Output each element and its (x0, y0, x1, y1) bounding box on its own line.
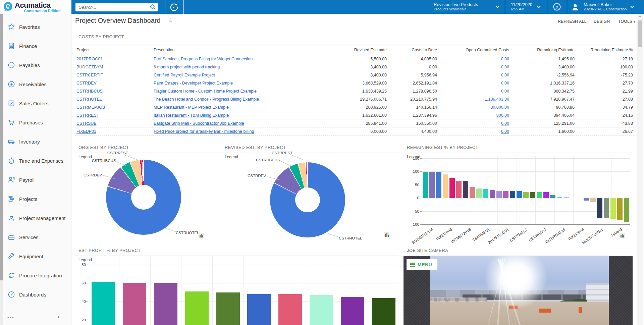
slice-label: CSTRREST (107, 151, 128, 155)
cell-value: 100.00 (577, 63, 635, 71)
callout-leader-line (165, 228, 176, 232)
sidebar-item-label: Sales Orders (19, 101, 49, 106)
sidebar-item-projects[interactable]: Projects (3, 192, 71, 206)
bar-plot-area (422, 156, 630, 225)
user-tenant: 2020R2 ACE Construction (584, 7, 627, 11)
project-link[interactable]: CSTRHOTEL (76, 97, 102, 102)
sidebar-item-equipment[interactable]: Equipment (3, 249, 71, 264)
sidebar-item-dashboards[interactable]: Dashboards (3, 287, 71, 302)
donut-chart (106, 160, 181, 235)
project-link[interactable]: CSTRSUB (76, 121, 97, 126)
sidebar-scrollbar-thumb[interactable] (0, 14, 3, 280)
sidebar-item-payroll[interactable]: $Payroll (3, 172, 71, 187)
cell-value: 27.70 (577, 79, 635, 87)
committed-costs-link[interactable]: 0.00 (501, 81, 509, 86)
widget-title: EST PROFIT % BY PROJECT (78, 248, 141, 253)
user-menu[interactable]: Maxwell Baker 2020R2 ACE Construction (584, 2, 627, 11)
column-header-project[interactable]: Project (75, 45, 152, 55)
project-link[interactable]: CSTRREST (76, 113, 99, 118)
sidebar-item-time-and-expenses[interactable]: Time and Expenses (3, 153, 71, 168)
sidebar-item-project-management[interactable]: Project Management (3, 211, 71, 225)
description-link[interactable]: The Beach Hotel and Condos - Progress Bi… (154, 97, 259, 102)
committed-costs-link[interactable]: 0.00 (501, 129, 509, 134)
collapse-sidebar-icon[interactable]: ‹ (58, 313, 60, 320)
favorite-star-icon[interactable]: ☆ (168, 17, 173, 24)
description-link[interactable]: Certified Payroll Example Project (154, 73, 215, 77)
column-header-costs-to-date[interactable]: Costs to Date (389, 45, 439, 55)
tools-label: TOOLS (618, 19, 632, 24)
committed-costs-link[interactable]: 1,136,403.30 (485, 97, 509, 102)
gauge-icon (7, 290, 15, 299)
wrench-icon (7, 252, 15, 260)
business-date-menu[interactable]: 11/20/2020 6:55 AM (511, 2, 532, 11)
scroll-up-arrow-icon[interactable]: ▲ (637, 14, 643, 20)
committed-costs-link[interactable]: 0.00 (501, 89, 509, 94)
committed-costs-link[interactable]: 0.00 (501, 57, 509, 61)
bar (278, 294, 302, 325)
tools-button[interactable]: TOOLS ▾ (618, 19, 635, 24)
description-link[interactable]: Prof Services, Progress Billing for Widg… (154, 57, 253, 61)
chart-legend-label: Legend (225, 155, 238, 159)
description-link[interactable]: Eastgate Strip Mall - Subcontractor Job … (154, 121, 244, 126)
description-link[interactable]: Italian Restaurant - T&M Billing Example (154, 113, 229, 118)
column-header-remaining-estimate[interactable]: Remaining Estimate (511, 45, 577, 55)
project-link[interactable]: CSTRMEPJOB (76, 105, 105, 110)
sidebar-item-receivables[interactable]: Receivables (3, 77, 71, 92)
description-link[interactable]: Fixed Price project for Brasskey Bar - m… (154, 129, 254, 134)
main-scrollbar-thumb[interactable] (638, 20, 642, 47)
committed-costs-link[interactable]: 0.00 (501, 65, 509, 69)
committed-costs-link[interactable]: 30,000.00 (490, 105, 509, 110)
refresh-all-button[interactable]: REFRESH ALL (558, 19, 587, 24)
more-options-icon[interactable]: ••• (7, 315, 14, 320)
column-header-revised-estimate[interactable]: Revised Estimate (317, 45, 389, 55)
sidebar-item-sales-orders[interactable]: Sales Orders (3, 96, 71, 111)
time-clock-icon[interactable] (169, 2, 179, 12)
remaining-est-pct-widget: REMAINING EST % BY PROJECT Legend 150100… (404, 144, 633, 239)
sidebar-item-favorites[interactable]: Favorites (3, 19, 71, 34)
project-link[interactable]: CSTRHBCUS (76, 89, 103, 94)
committed-costs-link[interactable]: 0.00 (501, 73, 509, 77)
description-link[interactable]: Palm Estates - Developer Project Example (154, 81, 233, 86)
main-scrollbar[interactable]: ▲ (637, 14, 643, 325)
committed-costs-link[interactable]: 800.00 (496, 113, 509, 118)
column-header-open-committed-costs[interactable]: Open Committed Costs (439, 45, 511, 55)
column-header-remaining-estimate-[interactable]: Remaining Estimate % (577, 45, 635, 55)
camera-frame: MENU (404, 256, 633, 325)
project-link[interactable]: 2017PROG01 (76, 57, 103, 61)
bar (517, 191, 522, 198)
committed-costs-link[interactable]: 0.00 (501, 121, 509, 126)
company-menu[interactable]: Revision Two Products Products Wholesale (434, 2, 478, 11)
camera-menu-button[interactable]: MENU (407, 259, 437, 270)
user-name: Maxwell Baker (584, 2, 627, 7)
sidebar-item-label: Projects (19, 196, 37, 202)
sidebar-item-procore-integration[interactable]: Procore Integration (3, 268, 71, 283)
help-icon[interactable]: ? (553, 3, 561, 11)
search-input[interactable] (78, 4, 145, 10)
description-link[interactable]: Flagler Custom Home - Custom Home Projec… (154, 89, 257, 94)
bar (310, 295, 333, 325)
sidebar-item-services[interactable]: Services (3, 230, 71, 245)
bar (590, 198, 596, 202)
search-icon[interactable] (150, 4, 156, 10)
description-link[interactable]: MEP Restaurant - MEP Project Example (154, 105, 229, 110)
y-tick-label: 100 (408, 169, 419, 173)
bar (584, 198, 589, 201)
sidebar-item-inventory[interactable]: Inventory (3, 134, 71, 149)
sidebar-item-purchases[interactable]: Purchases (3, 115, 71, 130)
table-row: 2017PROG01Prof Services, Progress Billin… (75, 55, 635, 63)
stopwatch-icon (7, 157, 15, 165)
project-link[interactable]: BUDGETBYM (76, 65, 103, 69)
cell-value: 24.16 (577, 111, 635, 119)
project-link[interactable]: CSTRDEV (76, 81, 97, 86)
sidebar-item-finance[interactable]: Finance (3, 39, 71, 53)
column-header-description[interactable]: Description (152, 45, 317, 55)
sidebar-item-payables[interactable]: Payables (3, 58, 71, 72)
project-link[interactable]: CSTRCERTIF (76, 73, 103, 77)
donut-chart (270, 162, 345, 237)
description-link[interactable]: 6 month project with period tracking (154, 65, 220, 69)
design-button[interactable]: DESIGN (594, 19, 610, 24)
bar (123, 283, 146, 325)
table-row: FIXEDP01Fixed Price project for Brasskey… (75, 127, 635, 136)
chevron-down-icon (630, 5, 634, 8)
project-link[interactable]: FIXEDP01 (76, 129, 96, 134)
